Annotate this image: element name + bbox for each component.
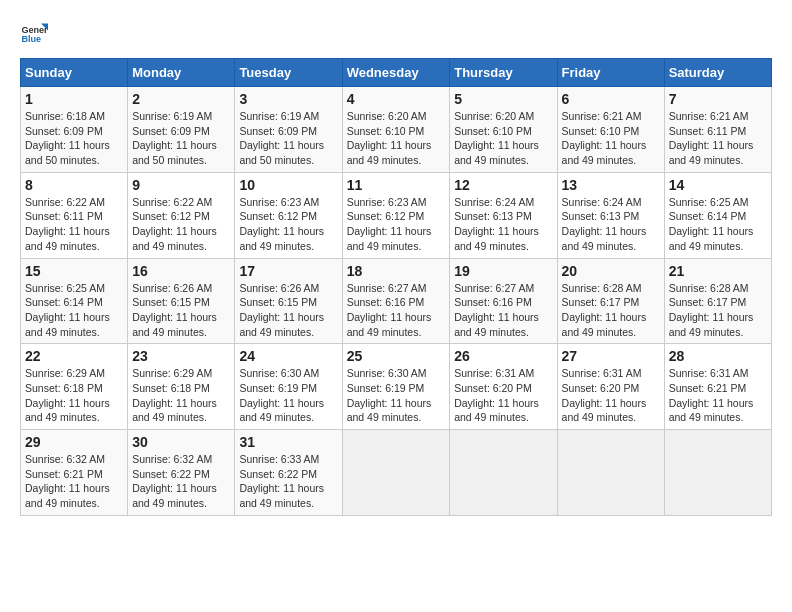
day-info: Sunrise: 6:18 AM Sunset: 6:09 PM Dayligh… <box>25 109 123 168</box>
day-number: 20 <box>562 263 660 279</box>
day-number: 5 <box>454 91 552 107</box>
day-number: 7 <box>669 91 767 107</box>
calendar-cell: 14Sunrise: 6:25 AM Sunset: 6:14 PM Dayli… <box>664 172 771 258</box>
calendar-cell: 18Sunrise: 6:27 AM Sunset: 6:16 PM Dayli… <box>342 258 450 344</box>
day-info: Sunrise: 6:29 AM Sunset: 6:18 PM Dayligh… <box>132 366 230 425</box>
calendar-body: 1Sunrise: 6:18 AM Sunset: 6:09 PM Daylig… <box>21 87 772 516</box>
calendar-table: SundayMondayTuesdayWednesdayThursdayFrid… <box>20 58 772 516</box>
svg-text:Blue: Blue <box>21 34 41 44</box>
calendar-cell: 3Sunrise: 6:19 AM Sunset: 6:09 PM Daylig… <box>235 87 342 173</box>
day-info: Sunrise: 6:32 AM Sunset: 6:22 PM Dayligh… <box>132 452 230 511</box>
day-info: Sunrise: 6:28 AM Sunset: 6:17 PM Dayligh… <box>562 281 660 340</box>
day-number: 21 <box>669 263 767 279</box>
calendar-cell: 25Sunrise: 6:30 AM Sunset: 6:19 PM Dayli… <box>342 344 450 430</box>
header: General Blue <box>20 20 772 48</box>
day-number: 19 <box>454 263 552 279</box>
day-number: 2 <box>132 91 230 107</box>
day-number: 24 <box>239 348 337 364</box>
day-info: Sunrise: 6:24 AM Sunset: 6:13 PM Dayligh… <box>562 195 660 254</box>
calendar-cell: 11Sunrise: 6:23 AM Sunset: 6:12 PM Dayli… <box>342 172 450 258</box>
calendar-cell: 27Sunrise: 6:31 AM Sunset: 6:20 PM Dayli… <box>557 344 664 430</box>
day-number: 30 <box>132 434 230 450</box>
logo-icon: General Blue <box>20 20 48 48</box>
calendar-cell <box>557 430 664 516</box>
calendar-cell: 9Sunrise: 6:22 AM Sunset: 6:12 PM Daylig… <box>128 172 235 258</box>
calendar-cell: 15Sunrise: 6:25 AM Sunset: 6:14 PM Dayli… <box>21 258 128 344</box>
day-info: Sunrise: 6:23 AM Sunset: 6:12 PM Dayligh… <box>239 195 337 254</box>
day-number: 16 <box>132 263 230 279</box>
calendar-week-1: 1Sunrise: 6:18 AM Sunset: 6:09 PM Daylig… <box>21 87 772 173</box>
calendar-cell: 2Sunrise: 6:19 AM Sunset: 6:09 PM Daylig… <box>128 87 235 173</box>
day-info: Sunrise: 6:28 AM Sunset: 6:17 PM Dayligh… <box>669 281 767 340</box>
day-info: Sunrise: 6:31 AM Sunset: 6:20 PM Dayligh… <box>454 366 552 425</box>
day-info: Sunrise: 6:25 AM Sunset: 6:14 PM Dayligh… <box>25 281 123 340</box>
day-info: Sunrise: 6:26 AM Sunset: 6:15 PM Dayligh… <box>132 281 230 340</box>
day-info: Sunrise: 6:23 AM Sunset: 6:12 PM Dayligh… <box>347 195 446 254</box>
day-number: 6 <box>562 91 660 107</box>
day-info: Sunrise: 6:20 AM Sunset: 6:10 PM Dayligh… <box>347 109 446 168</box>
day-number: 23 <box>132 348 230 364</box>
calendar-header: SundayMondayTuesdayWednesdayThursdayFrid… <box>21 59 772 87</box>
calendar-cell: 6Sunrise: 6:21 AM Sunset: 6:10 PM Daylig… <box>557 87 664 173</box>
logo: General Blue <box>20 20 48 48</box>
day-info: Sunrise: 6:24 AM Sunset: 6:13 PM Dayligh… <box>454 195 552 254</box>
calendar-cell: 30Sunrise: 6:32 AM Sunset: 6:22 PM Dayli… <box>128 430 235 516</box>
calendar-cell <box>664 430 771 516</box>
day-info: Sunrise: 6:21 AM Sunset: 6:11 PM Dayligh… <box>669 109 767 168</box>
day-info: Sunrise: 6:25 AM Sunset: 6:14 PM Dayligh… <box>669 195 767 254</box>
col-header-tuesday: Tuesday <box>235 59 342 87</box>
calendar-cell: 24Sunrise: 6:30 AM Sunset: 6:19 PM Dayli… <box>235 344 342 430</box>
calendar-cell: 16Sunrise: 6:26 AM Sunset: 6:15 PM Dayli… <box>128 258 235 344</box>
calendar-cell: 23Sunrise: 6:29 AM Sunset: 6:18 PM Dayli… <box>128 344 235 430</box>
calendar-cell <box>342 430 450 516</box>
calendar-week-5: 29Sunrise: 6:32 AM Sunset: 6:21 PM Dayli… <box>21 430 772 516</box>
calendar-cell: 31Sunrise: 6:33 AM Sunset: 6:22 PM Dayli… <box>235 430 342 516</box>
day-number: 9 <box>132 177 230 193</box>
calendar-cell: 21Sunrise: 6:28 AM Sunset: 6:17 PM Dayli… <box>664 258 771 344</box>
day-number: 13 <box>562 177 660 193</box>
day-number: 25 <box>347 348 446 364</box>
day-number: 18 <box>347 263 446 279</box>
col-header-monday: Monday <box>128 59 235 87</box>
calendar-cell: 29Sunrise: 6:32 AM Sunset: 6:21 PM Dayli… <box>21 430 128 516</box>
day-info: Sunrise: 6:22 AM Sunset: 6:11 PM Dayligh… <box>25 195 123 254</box>
day-number: 3 <box>239 91 337 107</box>
day-number: 27 <box>562 348 660 364</box>
day-number: 17 <box>239 263 337 279</box>
day-info: Sunrise: 6:31 AM Sunset: 6:21 PM Dayligh… <box>669 366 767 425</box>
calendar-cell: 7Sunrise: 6:21 AM Sunset: 6:11 PM Daylig… <box>664 87 771 173</box>
day-number: 29 <box>25 434 123 450</box>
col-header-friday: Friday <box>557 59 664 87</box>
calendar-cell: 22Sunrise: 6:29 AM Sunset: 6:18 PM Dayli… <box>21 344 128 430</box>
day-number: 8 <box>25 177 123 193</box>
calendar-cell <box>450 430 557 516</box>
day-info: Sunrise: 6:33 AM Sunset: 6:22 PM Dayligh… <box>239 452 337 511</box>
day-number: 4 <box>347 91 446 107</box>
day-info: Sunrise: 6:22 AM Sunset: 6:12 PM Dayligh… <box>132 195 230 254</box>
day-info: Sunrise: 6:21 AM Sunset: 6:10 PM Dayligh… <box>562 109 660 168</box>
calendar-cell: 28Sunrise: 6:31 AM Sunset: 6:21 PM Dayli… <box>664 344 771 430</box>
day-info: Sunrise: 6:30 AM Sunset: 6:19 PM Dayligh… <box>239 366 337 425</box>
day-info: Sunrise: 6:32 AM Sunset: 6:21 PM Dayligh… <box>25 452 123 511</box>
col-header-saturday: Saturday <box>664 59 771 87</box>
calendar-week-4: 22Sunrise: 6:29 AM Sunset: 6:18 PM Dayli… <box>21 344 772 430</box>
day-info: Sunrise: 6:27 AM Sunset: 6:16 PM Dayligh… <box>454 281 552 340</box>
day-info: Sunrise: 6:19 AM Sunset: 6:09 PM Dayligh… <box>239 109 337 168</box>
day-number: 1 <box>25 91 123 107</box>
col-header-sunday: Sunday <box>21 59 128 87</box>
day-info: Sunrise: 6:19 AM Sunset: 6:09 PM Dayligh… <box>132 109 230 168</box>
calendar-cell: 1Sunrise: 6:18 AM Sunset: 6:09 PM Daylig… <box>21 87 128 173</box>
calendar-cell: 26Sunrise: 6:31 AM Sunset: 6:20 PM Dayli… <box>450 344 557 430</box>
calendar-cell: 19Sunrise: 6:27 AM Sunset: 6:16 PM Dayli… <box>450 258 557 344</box>
day-info: Sunrise: 6:27 AM Sunset: 6:16 PM Dayligh… <box>347 281 446 340</box>
calendar-cell: 8Sunrise: 6:22 AM Sunset: 6:11 PM Daylig… <box>21 172 128 258</box>
calendar-week-3: 15Sunrise: 6:25 AM Sunset: 6:14 PM Dayli… <box>21 258 772 344</box>
day-number: 22 <box>25 348 123 364</box>
day-number: 28 <box>669 348 767 364</box>
day-info: Sunrise: 6:26 AM Sunset: 6:15 PM Dayligh… <box>239 281 337 340</box>
day-info: Sunrise: 6:30 AM Sunset: 6:19 PM Dayligh… <box>347 366 446 425</box>
day-number: 26 <box>454 348 552 364</box>
day-number: 14 <box>669 177 767 193</box>
day-number: 12 <box>454 177 552 193</box>
calendar-cell: 20Sunrise: 6:28 AM Sunset: 6:17 PM Dayli… <box>557 258 664 344</box>
